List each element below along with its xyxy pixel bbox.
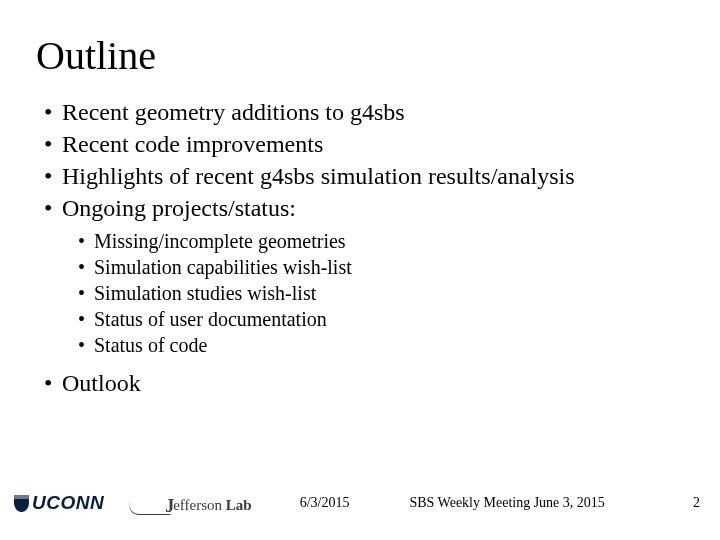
outline-sublist: Missing/incomplete geometries Simulation… xyxy=(78,229,684,358)
list-item: Outlook xyxy=(44,368,684,398)
page-number: 2 xyxy=(693,495,700,511)
list-item: Recent geometry additions to g4sbs xyxy=(44,97,684,127)
list-item: Ongoing projects/status: xyxy=(44,193,684,223)
footer: UCONN J efferson Lab 6/3/2015 SBS Weekly… xyxy=(0,486,720,520)
jlab-text: efferson Lab xyxy=(173,497,251,515)
list-item: Status of code xyxy=(78,333,684,358)
shield-icon xyxy=(14,495,29,512)
uconn-logo: UCONN xyxy=(14,492,104,514)
jefferson-lab-logo: J efferson Lab xyxy=(128,491,251,515)
jlab-j-icon: J xyxy=(165,496,174,517)
outline-list: Recent geometry additions to g4sbs Recen… xyxy=(44,97,684,223)
slide: Outline Recent geometry additions to g4s… xyxy=(0,0,720,540)
footer-meeting: SBS Weekly Meeting June 3, 2015 xyxy=(409,495,604,511)
list-item: Highlights of recent g4sbs simulation re… xyxy=(44,161,684,191)
list-item: Missing/incomplete geometries xyxy=(78,229,684,254)
uconn-text: UCONN xyxy=(32,492,104,514)
list-item: Simulation studies wish-list xyxy=(78,281,684,306)
list-item: Status of user documentation xyxy=(78,307,684,332)
slide-title: Outline xyxy=(36,32,684,79)
list-item: Recent code improvements xyxy=(44,129,684,159)
swoosh-icon: J xyxy=(128,495,172,515)
list-item: Simulation capabilities wish-list xyxy=(78,255,684,280)
footer-date: 6/3/2015 xyxy=(300,495,350,511)
outline-list-2: Outlook xyxy=(44,368,684,398)
